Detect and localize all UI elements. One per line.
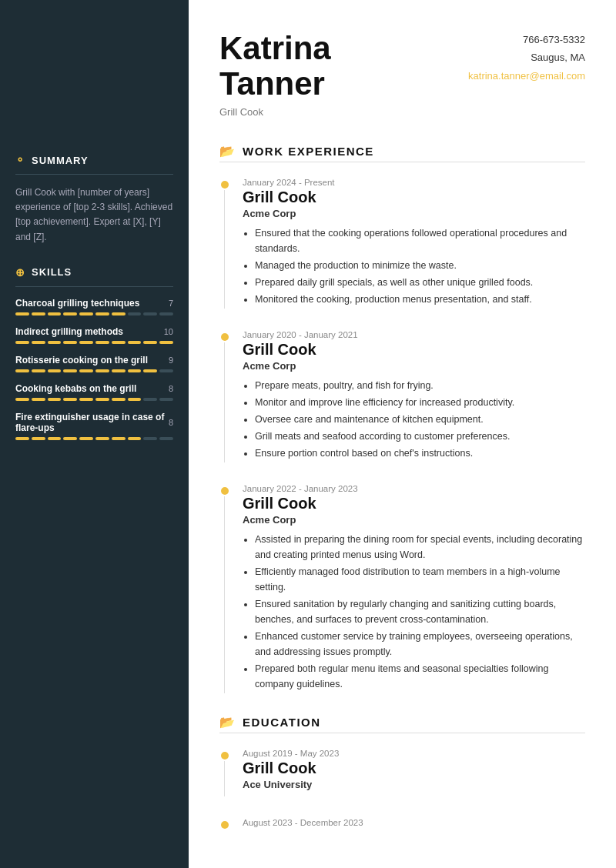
- sidebar: ⚬ SUMMARY Grill Cook with [number of yea…: [0, 0, 189, 868]
- skill-dot: [79, 369, 93, 372]
- education-section: 📂 EDUCATION August 2019 - May 2023Grill …: [219, 715, 585, 829]
- skill-dot: [79, 437, 93, 440]
- exp-content: January 2022 - January 2023Grill CookAcm…: [243, 484, 585, 693]
- skill-item: Charcoal grilling techniques7: [15, 298, 173, 315]
- work-title: WORK EXPERIENCE: [243, 145, 374, 158]
- skill-dot: [32, 398, 45, 401]
- skill-dot: [95, 312, 109, 315]
- exp-company: Acme Corp: [243, 208, 585, 219]
- exp-role: Grill Cook: [243, 495, 585, 512]
- skill-bar: [15, 341, 173, 344]
- skill-dot: [143, 341, 157, 344]
- exp-bullet: Monitored the cooking, production menus …: [255, 292, 585, 307]
- experience-item: January 2020 - January 2021Grill CookAcm…: [219, 330, 585, 462]
- skill-bar: [15, 437, 173, 440]
- exp-bullet: Prepare meats, poultry, and fish for fry…: [255, 378, 585, 393]
- skill-dot: [48, 398, 62, 401]
- timeline-line: [224, 190, 225, 309]
- skill-dot: [15, 341, 29, 344]
- skill-dot: [159, 369, 173, 372]
- skill-dot: [79, 398, 93, 401]
- skill-dot: [159, 312, 173, 315]
- skills-title: SKILLS: [32, 266, 72, 278]
- skill-dot: [79, 312, 93, 315]
- job-title: Grill Cook: [219, 106, 331, 118]
- exp-company: Acme Corp: [243, 360, 585, 372]
- edu-list: August 2019 - May 2023Grill CookAce Univ…: [219, 749, 585, 829]
- skill-dot: [95, 437, 109, 440]
- skill-dot: [143, 398, 157, 401]
- skill-dot: [63, 437, 77, 440]
- location: Saugus, MA: [468, 48, 585, 66]
- summary-title: SUMMARY: [32, 155, 89, 166]
- person-name: KatrinaTanner: [219, 31, 331, 102]
- exp-bullet: Monitor and improve line efficiency for …: [255, 395, 585, 410]
- timeline-col: [219, 178, 230, 309]
- education-item: August 2019 - May 2023Grill CookAce Univ…: [219, 749, 585, 796]
- work-icon: 📂: [219, 144, 235, 159]
- skill-level: 7: [169, 299, 173, 308]
- exp-date: January 2020 - January 2021: [243, 330, 585, 339]
- skill-name: Indirect grilling methods: [15, 326, 123, 337]
- skill-dot: [159, 398, 173, 401]
- exp-date: January 2024 - Present: [243, 178, 585, 187]
- skill-dot: [159, 341, 173, 344]
- edu-title: EDUCATION: [243, 716, 321, 729]
- skill-dot: [112, 398, 126, 401]
- exp-bullet: Ensured that the cooking operations foll…: [255, 225, 585, 256]
- edu-content: August 2023 - December 2023: [243, 818, 585, 829]
- skill-bar: [15, 312, 173, 315]
- skill-dot: [63, 369, 77, 372]
- skill-dot: [128, 341, 142, 344]
- exp-content: January 2020 - January 2021Grill CookAcm…: [243, 330, 585, 462]
- skill-dot: [128, 398, 142, 401]
- exp-content: January 2024 - PresentGrill CookAcme Cor…: [243, 178, 585, 309]
- skill-level: 10: [164, 327, 173, 336]
- skill-dot: [15, 312, 29, 315]
- skill-bar: [15, 398, 173, 401]
- skill-dot: [63, 312, 77, 315]
- exp-role: Grill Cook: [243, 189, 585, 206]
- exp-bullets: Prepare meats, poultry, and fish for fry…: [243, 378, 585, 461]
- timeline-line: [224, 342, 225, 462]
- edu-institution: Ace University: [243, 779, 585, 790]
- exp-bullet: Enhanced customer service by training em…: [255, 629, 585, 659]
- exp-bullet: Efficiently managed food distribution to…: [255, 564, 585, 595]
- skill-dot: [95, 341, 109, 344]
- skill-dot: [15, 437, 29, 440]
- skill-bar: [15, 369, 173, 372]
- exp-bullets: Ensured that the cooking operations foll…: [243, 225, 585, 307]
- skill-name: Charcoal grilling techniques: [15, 298, 139, 309]
- exp-bullet: Prepared daily grill specials, as well a…: [255, 275, 585, 290]
- skill-item: Indirect grilling methods10: [15, 326, 173, 344]
- email: katrina.tanner@email.com: [468, 67, 585, 85]
- skills-icon: ⊕: [15, 266, 25, 279]
- edu-section-header: 📂 EDUCATION: [219, 715, 585, 729]
- summary-section-header: ⚬ SUMMARY: [15, 154, 173, 166]
- skill-dot: [95, 398, 109, 401]
- work-experience-section: 📂 WORK EXPERIENCE January 2024 - Present…: [219, 144, 585, 693]
- edu-date: August 2023 - December 2023: [243, 818, 585, 827]
- skill-dot: [63, 398, 77, 401]
- exp-bullet: Assisted in preparing the dining room fo…: [255, 532, 585, 563]
- timeline-dot: [221, 181, 229, 189]
- exp-bullet: Ensure portion control based on chef's i…: [255, 446, 585, 461]
- timeline-col: [219, 484, 230, 693]
- timeline-col: [219, 330, 230, 462]
- timeline-dot: [221, 487, 229, 495]
- skill-dot: [112, 369, 126, 372]
- edu-date: August 2019 - May 2023: [243, 749, 585, 758]
- skill-dot: [48, 312, 62, 315]
- work-list: January 2024 - PresentGrill CookAcme Cor…: [219, 178, 585, 693]
- exp-role: Grill Cook: [243, 341, 585, 359]
- skill-dot: [48, 369, 62, 372]
- edu-timeline-dot: [221, 752, 229, 760]
- experience-item: January 2024 - PresentGrill CookAcme Cor…: [219, 178, 585, 309]
- skill-name: Rotisserie cooking on the grill: [15, 355, 148, 366]
- exp-company: Acme Corp: [243, 514, 585, 526]
- skill-level: 8: [169, 418, 173, 427]
- exp-bullets: Assisted in preparing the dining room fo…: [243, 532, 585, 692]
- exp-date: January 2022 - January 2023: [243, 484, 585, 493]
- skill-item: Cooking kebabs on the grill8: [15, 383, 173, 401]
- skill-dot: [159, 437, 173, 440]
